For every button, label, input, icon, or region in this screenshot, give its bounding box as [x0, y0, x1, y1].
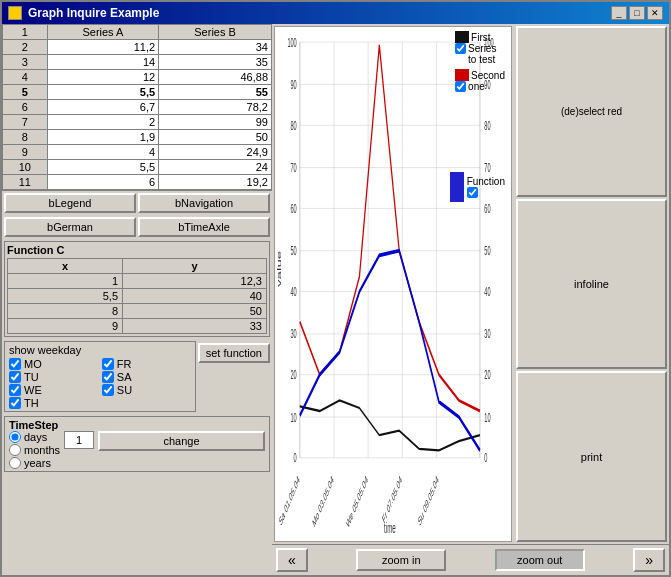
timestep-value-input[interactable] [64, 431, 94, 449]
fc-table-row: 9 33 [8, 319, 267, 334]
fc-table-row: 5,5 40 [8, 289, 267, 304]
nav-prev-prev-button[interactable]: « [276, 548, 308, 572]
weekday-label: FR [117, 358, 132, 370]
legend-to-test: to test [468, 54, 505, 65]
zoom-in-button[interactable]: zoom in [356, 549, 446, 571]
close-button[interactable]: ✕ [647, 6, 663, 20]
function-c-title: Function C [7, 244, 267, 256]
function-legend: Function [450, 172, 505, 202]
fc-table-row: 1 12,3 [8, 274, 267, 289]
weekday-label: WE [24, 384, 42, 396]
svg-text:0: 0 [294, 451, 297, 465]
svg-text:40: 40 [484, 284, 490, 298]
left-column: 1 Series A Series B 2 11,2 34 3 14 35 4 … [2, 24, 272, 575]
bottom-nav: « zoom in zoom out » [272, 544, 669, 575]
svg-text:90: 90 [291, 77, 297, 91]
zoom-out-button[interactable]: zoom out [495, 549, 585, 571]
weekday-title: show weekday [9, 344, 191, 356]
button-row-1: bLegend bNavigation [2, 191, 272, 215]
fc-table-row: 8 50 [8, 304, 267, 319]
function-legend-labels: Function [467, 176, 505, 198]
set-function-btn-wrap: set function [198, 341, 270, 412]
table-row: 10 5,5 24 [3, 160, 272, 175]
weekday-checkbox-su[interactable] [102, 384, 114, 396]
minimize-button[interactable]: _ [611, 6, 627, 20]
cell-a: 6 [47, 175, 158, 190]
table-row: 9 4 24,9 [3, 145, 272, 160]
weekday-item: TU [9, 371, 98, 383]
weekday-checkbox-th[interactable] [9, 397, 21, 409]
bgerman-button[interactable]: bGerman [4, 217, 136, 237]
timestep-title: TimeStep [9, 419, 265, 431]
btimeaxle-button[interactable]: bTimeAxle [138, 217, 270, 237]
legend-one-checkbox[interactable] [455, 81, 466, 92]
timestep-section: TimeStep days months years change [4, 416, 270, 472]
svg-text:100: 100 [287, 35, 296, 49]
weekday-setfunction-row: show weekday MO FR TU SA WE SU TH set fu… [4, 341, 270, 412]
weekday-checkbox-mo[interactable] [9, 358, 21, 370]
row-number: 5 [3, 85, 48, 100]
timestep-radio-group: days months years [9, 431, 60, 469]
row-number: 9 [3, 145, 48, 160]
deselect-red-button[interactable]: (de)select red [516, 26, 667, 197]
legend-first-row: First [455, 31, 505, 43]
weekday-checkbox-fr[interactable] [102, 358, 114, 370]
timestep-months-radio[interactable] [9, 444, 21, 456]
weekday-item: SA [102, 371, 191, 383]
weekday-checkbox-tu[interactable] [9, 371, 21, 383]
print-button[interactable]: print [516, 371, 667, 542]
row-number: 2 [3, 40, 48, 55]
cell-b: 46,88 [159, 70, 272, 85]
svg-text:20: 20 [291, 367, 297, 381]
row-number: 6 [3, 100, 48, 115]
cell-a: 11,2 [47, 40, 158, 55]
bnavigation-button[interactable]: bNavigation [138, 193, 270, 213]
svg-text:50: 50 [484, 244, 490, 258]
legend-second-color [455, 69, 469, 81]
svg-text:10: 10 [291, 410, 297, 424]
nav-next-next-button[interactable]: » [633, 548, 665, 572]
right-side-buttons: (de)select red infoline print [514, 24, 669, 544]
maximize-button[interactable]: □ [629, 6, 645, 20]
legend-first-label: First [471, 32, 490, 43]
top-right: 100 90 80 70 60 50 40 30 20 10 0 100 90 [272, 24, 669, 544]
fc-col-x: x [8, 259, 123, 274]
svg-text:30: 30 [484, 327, 490, 341]
col-header-a: Series A [47, 25, 158, 40]
col-header-row: 1 [3, 25, 48, 40]
fc-cell-y: 40 [123, 289, 267, 304]
timestep-years-label: years [24, 457, 51, 469]
table-row: 4 12 46,88 [3, 70, 272, 85]
legend-second-label: Second [471, 70, 505, 81]
timestep-months-item: months [9, 444, 60, 456]
title-bar: Graph Inquire Example _ □ ✕ [2, 2, 669, 24]
weekday-checkbox-we[interactable] [9, 384, 21, 396]
fc-cell-y: 12,3 [123, 274, 267, 289]
timestep-change-button[interactable]: change [98, 431, 265, 451]
weekday-grid: MO FR TU SA WE SU TH [9, 358, 191, 409]
timestep-years-radio[interactable] [9, 457, 21, 469]
legend-second-row: Second [455, 69, 505, 81]
graph-container: 100 90 80 70 60 50 40 30 20 10 0 100 90 [274, 26, 512, 542]
cell-b: 24 [159, 160, 272, 175]
infoline-button[interactable]: infoline [516, 199, 667, 370]
function-legend-checkbox-row [467, 187, 505, 198]
cell-b: 78,2 [159, 100, 272, 115]
cell-a: 12 [47, 70, 158, 85]
svg-text:value: value [276, 251, 282, 287]
svg-text:60: 60 [484, 201, 490, 215]
weekday-checkbox-sa[interactable] [102, 371, 114, 383]
timestep-days-radio[interactable] [9, 431, 21, 443]
set-function-button[interactable]: set function [198, 343, 270, 363]
legend-series-checkbox[interactable] [455, 43, 466, 54]
cell-b: 34 [159, 40, 272, 55]
blegend-button[interactable]: bLegend [4, 193, 136, 213]
function-legend-checkbox[interactable] [467, 187, 478, 198]
cell-a: 14 [47, 55, 158, 70]
col-header-b: Series B [159, 25, 272, 40]
table-row: 5 5,5 55 [3, 85, 272, 100]
weekday-section: show weekday MO FR TU SA WE SU TH [4, 341, 196, 412]
fc-col-y: y [123, 259, 267, 274]
weekday-item: SU [102, 384, 191, 396]
row-number: 3 [3, 55, 48, 70]
